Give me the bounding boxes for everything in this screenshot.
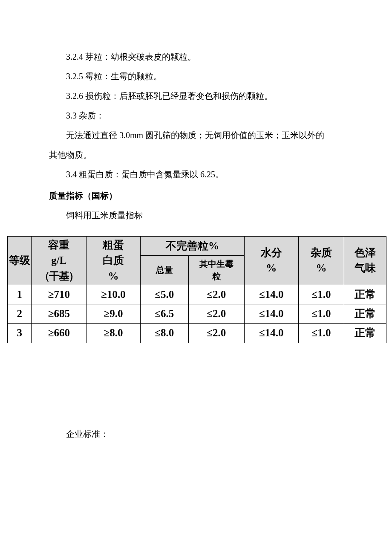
th-imp-mold: 其中生霉 粒 — [188, 256, 244, 285]
th-bulk: 容重 g/L （干基） — [32, 237, 86, 285]
cell-protein: ≥10.0 — [86, 285, 141, 304]
cell-color: 正常 — [344, 324, 386, 343]
cell-impurity: ≤1.0 — [298, 285, 344, 304]
th-imp-mold-l1: 其中生霉 — [199, 259, 233, 269]
th-grade: 等级 — [8, 237, 32, 285]
th-imperfect: 不完善粒% — [140, 237, 244, 256]
cell-protein: ≥8.0 — [86, 324, 141, 343]
th-moisture-l2: % — [266, 262, 277, 274]
cell-impurity: ≤1.0 — [298, 324, 344, 343]
cell-imp-mold: ≤2.0 — [188, 324, 244, 343]
cell-imp-mold: ≤2.0 — [188, 285, 244, 304]
vertical-spacer — [49, 343, 343, 424]
para-3-3-line2: 其他物质。 — [49, 145, 343, 165]
cell-bulk: ≥660 — [32, 324, 86, 343]
cell-color: 正常 — [344, 304, 386, 324]
th-grade-text: 等级 — [9, 254, 30, 266]
cell-bulk: ≥685 — [32, 304, 86, 324]
th-bulk-l3: （干基） — [39, 270, 78, 282]
heading-quality-index: 质量指标（国标） — [49, 186, 343, 205]
cell-grade: 1 — [8, 285, 32, 304]
cell-color: 正常 — [344, 285, 386, 304]
para-3-2-5: 3.2.5 霉粒：生霉的颗粒。 — [49, 66, 343, 86]
cell-imp-total: ≤8.0 — [140, 324, 188, 343]
th-imp-mold-l2: 粒 — [212, 272, 221, 281]
cell-moisture: ≤14.0 — [244, 324, 298, 343]
table-row: 1 ≥710 ≥10.0 ≤5.0 ≤2.0 ≤14.0 ≤1.0 正常 — [8, 285, 386, 304]
th-color: 色泽 气味 — [344, 237, 386, 285]
para-3-3: 3.3 杂质： — [49, 106, 343, 125]
para-3-2-6: 3.2.6 损伤粒：后胚或胚乳已经显著变色和损伤的颗粒。 — [49, 86, 343, 106]
th-imperfect-text: 不完善粒% — [166, 240, 219, 251]
th-imp-total-text: 总量 — [156, 265, 173, 275]
th-bulk-l2: g/L — [51, 254, 66, 266]
th-moisture: 水分 % — [244, 237, 298, 285]
cell-imp-mold: ≤2.0 — [188, 304, 244, 324]
th-impurity: 杂质 % — [298, 237, 344, 285]
th-impurity-l2: % — [316, 262, 326, 274]
th-moisture-l1: 水分 — [261, 247, 282, 258]
para-3-4: 3.4 粗蛋白质：蛋白质中含氮量乘以 6.25。 — [49, 165, 343, 184]
th-protein: 粗蛋 白质 % — [86, 237, 141, 285]
para-table-caption: 饲料用玉米质量指标 — [49, 205, 343, 225]
cell-moisture: ≤14.0 — [244, 285, 298, 304]
para-3-2-4: 3.2.4 芽粒：幼根突破表皮的颗粒。 — [49, 47, 343, 66]
th-imp-total: 总量 — [140, 256, 188, 285]
cell-bulk: ≥710 — [32, 285, 86, 304]
th-color-l2: 气味 — [355, 262, 376, 274]
th-protein-l3: % — [108, 270, 119, 282]
th-protein-l1: 粗蛋 — [103, 239, 124, 251]
th-impurity-l1: 杂质 — [311, 247, 332, 258]
cell-protein: ≥9.0 — [86, 304, 141, 324]
quality-table: 等级 容重 g/L （干基） 粗蛋 白质 % 不完善粒% 水分 % 杂质 % — [7, 236, 386, 343]
cell-imp-total: ≤5.0 — [140, 285, 188, 304]
para-3-3-line1: 无法通过直径 3.0mm 圆孔筛的物质；无饲用价值的玉米；玉米以外的 — [49, 125, 343, 145]
cell-impurity: ≤1.0 — [298, 304, 344, 324]
cell-grade: 2 — [8, 304, 32, 324]
th-bulk-l1: 容重 — [48, 239, 69, 251]
cell-grade: 3 — [8, 324, 32, 343]
para-enterprise-std: 企业标准： — [49, 424, 343, 444]
th-color-l1: 色泽 — [355, 247, 376, 258]
cell-moisture: ≤14.0 — [244, 304, 298, 324]
cell-imp-total: ≤6.5 — [140, 304, 188, 324]
table-row: 2 ≥685 ≥9.0 ≤6.5 ≤2.0 ≤14.0 ≤1.0 正常 — [8, 304, 386, 324]
table-row: 3 ≥660 ≥8.0 ≤8.0 ≤2.0 ≤14.0 ≤1.0 正常 — [8, 324, 386, 343]
th-protein-l2: 白质 — [103, 254, 124, 266]
